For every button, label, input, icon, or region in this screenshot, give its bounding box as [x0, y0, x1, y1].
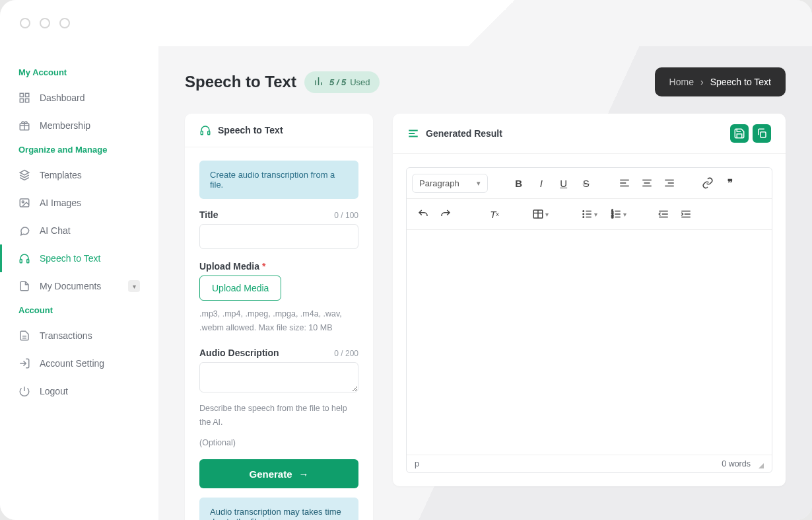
underline-button[interactable]: U: [553, 173, 575, 193]
chart-icon: [314, 75, 325, 89]
processing-note: Audio transcription may takes time due t…: [199, 498, 358, 520]
resize-handle-icon[interactable]: [759, 463, 764, 468]
sidebar-item-account-setting[interactable]: Account Setting: [0, 350, 158, 377]
page-title: Speech to Text: [185, 73, 296, 91]
align-left-button[interactable]: [613, 173, 636, 193]
editor-content[interactable]: [407, 230, 772, 455]
undo-button[interactable]: [412, 204, 434, 224]
svg-rect-3: [26, 99, 29, 102]
upload-field: Upload Media * Upload Media .mp3, .mp4, …: [199, 261, 358, 336]
svg-rect-1: [26, 93, 29, 96]
window-dot: [20, 18, 30, 28]
sidebar-item-transactions[interactable]: Transactions: [0, 322, 158, 350]
grid-icon: [18, 92, 30, 104]
power-icon: [18, 385, 30, 397]
quote-button[interactable]: ❞: [719, 173, 741, 193]
save-button[interactable]: [730, 124, 749, 143]
sidebar-item-label: Account Setting: [40, 358, 104, 369]
editor-wrap: Paragraph ▾ B I U S: [393, 154, 786, 486]
sidebar-item-label: Transactions: [40, 330, 92, 341]
sidebar-item-speech-to-text[interactable]: Speech to Text: [0, 244, 158, 272]
sidebar-item-label: My Documents: [40, 281, 101, 291]
clear-format-button[interactable]: Tx: [483, 204, 506, 224]
copy-button[interactable]: [753, 124, 771, 143]
ordered-list-button[interactable]: 123▾: [603, 204, 632, 224]
svg-rect-8: [27, 260, 29, 263]
title-input[interactable]: [199, 224, 358, 249]
upload-label: Upload Media *: [199, 261, 265, 272]
bold-button[interactable]: B: [508, 173, 530, 193]
svg-rect-10: [208, 131, 210, 135]
outdent-button[interactable]: [652, 204, 675, 224]
chat-icon: [18, 225, 30, 237]
sidebar-item-membership[interactable]: Membership: [0, 112, 158, 139]
result-card: Generated Result Paragraph ▾: [393, 114, 786, 486]
sidebar-item-ai-images[interactable]: AI Images: [0, 189, 158, 217]
doc-icon: [18, 330, 30, 342]
breadcrumb: Home › Speech to Text: [655, 67, 786, 96]
description-hint: Describe the speech from the file to hel…: [199, 402, 358, 430]
editor-footer: p 0 words: [407, 455, 772, 472]
app-window: My AccountDashboardMembershipOrganize an…: [0, 0, 812, 520]
content: Speech to Text 5 / 5 Used Home › Speech …: [158, 46, 812, 520]
sidebar-section-title: My Account: [0, 62, 158, 84]
editor-path: p: [415, 459, 419, 468]
window-dot: [40, 18, 50, 28]
svg-point-15: [583, 217, 584, 218]
sidebar-item-ai-chat[interactable]: AI Chat: [0, 217, 158, 244]
sidebar-item-label: Membership: [40, 120, 90, 131]
usage-badge: 5 / 5 Used: [304, 71, 380, 93]
svg-rect-7: [20, 260, 22, 263]
speech-form-card: Speech to Text Create audio transcriptio…: [185, 114, 373, 520]
svg-point-6: [22, 201, 24, 203]
sidebar-item-dashboard[interactable]: Dashboard: [0, 84, 158, 112]
gift-icon: [18, 120, 30, 131]
file-icon: [18, 280, 30, 292]
info-banner: Create audio transcription from a file.: [199, 161, 358, 199]
indent-button[interactable]: [675, 204, 697, 224]
bullet-list-button[interactable]: ▾: [574, 204, 603, 224]
arrow-right-icon: →: [299, 468, 309, 480]
generate-button[interactable]: Generate →: [199, 459, 358, 488]
headphones-icon: [18, 252, 30, 264]
description-label: Audio Description: [199, 348, 279, 358]
link-button[interactable]: [696, 173, 719, 193]
align-right-button[interactable]: [658, 173, 681, 193]
strike-button[interactable]: S: [575, 173, 597, 193]
page-header: Speech to Text 5 / 5 Used Home › Speech …: [185, 67, 786, 96]
sidebar: My AccountDashboardMembershipOrganize an…: [0, 46, 158, 520]
redo-button[interactable]: [434, 204, 457, 224]
image-icon: [18, 197, 30, 209]
usage-count: 5 / 5: [329, 77, 346, 87]
sidebar-item-label: AI Images: [40, 198, 81, 208]
card-header: Speech to Text: [185, 114, 373, 147]
description-field: Audio Description 0 / 200 Describe the s…: [199, 348, 358, 430]
title-counter: 0 / 100: [334, 211, 358, 220]
sidebar-item-logout[interactable]: Logout: [0, 377, 158, 405]
paragraph-select[interactable]: Paragraph ▾: [412, 174, 488, 193]
svg-rect-2: [20, 99, 23, 102]
toolbar-row-1: Paragraph ▾ B I U S: [407, 168, 772, 199]
sidebar-item-label: Speech to Text: [40, 253, 100, 264]
italic-button[interactable]: I: [530, 173, 553, 193]
title-label: Title: [199, 209, 219, 220]
sidebar-item-templates[interactable]: Templates: [0, 161, 158, 189]
sidebar-item-my-documents[interactable]: My Documents▾: [0, 272, 158, 300]
chevron-right-icon: ›: [700, 77, 704, 87]
layers-icon: [18, 169, 30, 181]
breadcrumb-current: Speech to Text: [710, 77, 771, 87]
align-left-icon: [407, 128, 419, 139]
chevron-down-icon: ▾: [477, 179, 481, 188]
svg-rect-9: [201, 131, 203, 135]
main-area: My AccountDashboardMembershipOrganize an…: [0, 46, 812, 520]
sidebar-section-title: Account: [0, 300, 158, 322]
title-field: Title 0 / 100: [199, 209, 358, 249]
align-center-button[interactable]: [636, 173, 658, 193]
svg-rect-11: [761, 132, 766, 137]
upload-media-button[interactable]: Upload Media: [199, 276, 281, 301]
sidebar-item-label: AI Chat: [40, 225, 71, 236]
table-button[interactable]: ▾: [525, 204, 555, 224]
breadcrumb-home[interactable]: Home: [669, 77, 694, 87]
card-title: Generated Result: [426, 128, 502, 139]
description-input[interactable]: [199, 362, 358, 392]
